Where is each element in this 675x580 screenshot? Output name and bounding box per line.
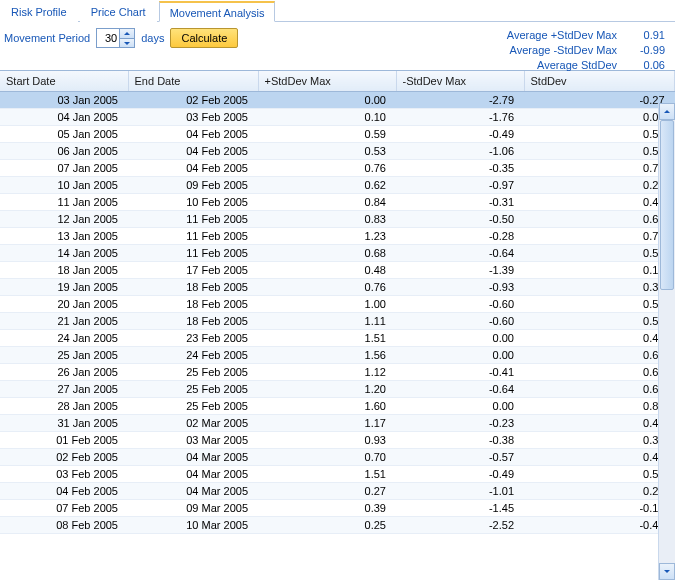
- table-row[interactable]: 03 Feb 200504 Mar 20051.51-0.490.54: [0, 466, 675, 483]
- scroll-up-button[interactable]: [659, 103, 675, 120]
- table-header-row: Start Date End Date +StdDev Max -StdDev …: [0, 71, 675, 92]
- table-row[interactable]: 21 Jan 200518 Feb 20051.11-0.600.57: [0, 313, 675, 330]
- cell-plus-stddev: 0.39: [258, 500, 396, 517]
- cell-start-date: 04 Feb 2005: [0, 483, 128, 500]
- table-row[interactable]: 25 Jan 200524 Feb 20051.560.000.60: [0, 347, 675, 364]
- cell-minus-stddev: 0.00: [396, 347, 524, 364]
- cell-plus-stddev: 1.17: [258, 415, 396, 432]
- cell-minus-stddev: -0.93: [396, 279, 524, 296]
- col-header-stddev[interactable]: StdDev: [524, 71, 675, 92]
- table-row[interactable]: 07 Jan 200504 Feb 20050.76-0.350.76: [0, 160, 675, 177]
- table-row[interactable]: 31 Jan 200502 Mar 20051.17-0.230.42: [0, 415, 675, 432]
- cell-stddev: 0.18: [524, 262, 675, 279]
- table-row[interactable]: 01 Feb 200503 Mar 20050.93-0.380.32: [0, 432, 675, 449]
- vertical-scrollbar[interactable]: [658, 103, 675, 580]
- cell-end-date: 25 Feb 2005: [128, 364, 258, 381]
- cell-plus-stddev: 1.60: [258, 398, 396, 415]
- cell-plus-stddev: 0.70: [258, 449, 396, 466]
- table-row[interactable]: 03 Jan 200502 Feb 20050.00-2.79-0.27: [0, 92, 675, 109]
- summary-value: 0.91: [631, 28, 665, 43]
- summary-value: 0.06: [631, 58, 665, 73]
- table-row[interactable]: 24 Jan 200523 Feb 20051.510.000.45: [0, 330, 675, 347]
- table-row[interactable]: 04 Jan 200503 Feb 20050.10-1.760.02: [0, 109, 675, 126]
- col-header-minus-stddev[interactable]: -StdDev Max: [396, 71, 524, 92]
- cell-stddev: 0.02: [524, 109, 675, 126]
- cell-end-date: 04 Mar 2005: [128, 483, 258, 500]
- cell-plus-stddev: 1.56: [258, 347, 396, 364]
- summary-value: -0.99: [631, 43, 665, 58]
- cell-start-date: 13 Jan 2005: [0, 228, 128, 245]
- cell-plus-stddev: 1.51: [258, 466, 396, 483]
- cell-end-date: 03 Mar 2005: [128, 432, 258, 449]
- cell-stddev: 0.59: [524, 126, 675, 143]
- table-row[interactable]: 02 Feb 200504 Mar 20050.70-0.570.43: [0, 449, 675, 466]
- spinner-up-button[interactable]: [120, 29, 134, 38]
- table-row[interactable]: 05 Jan 200504 Feb 20050.59-0.490.59: [0, 126, 675, 143]
- cell-plus-stddev: 1.12: [258, 364, 396, 381]
- table-row[interactable]: 20 Jan 200518 Feb 20051.00-0.600.51: [0, 296, 675, 313]
- table-row[interactable]: 18 Jan 200517 Feb 20050.48-1.390.18: [0, 262, 675, 279]
- cell-end-date: 17 Feb 2005: [128, 262, 258, 279]
- cell-minus-stddev: -0.35: [396, 160, 524, 177]
- cell-stddev: 0.45: [524, 330, 675, 347]
- scroll-thumb[interactable]: [660, 120, 674, 290]
- table-row[interactable]: 10 Jan 200509 Feb 20050.62-0.970.23: [0, 177, 675, 194]
- scroll-track[interactable]: [659, 120, 675, 563]
- cell-end-date: 02 Mar 2005: [128, 415, 258, 432]
- cell-start-date: 20 Jan 2005: [0, 296, 128, 313]
- period-input[interactable]: [97, 30, 119, 46]
- table-row[interactable]: 27 Jan 200525 Feb 20051.20-0.640.63: [0, 381, 675, 398]
- cell-stddev: -0.27: [524, 92, 675, 109]
- tab-movement-analysis[interactable]: Movement Analysis: [159, 1, 276, 22]
- table-row[interactable]: 08 Feb 200510 Mar 20050.25-2.52-0.42: [0, 517, 675, 534]
- col-header-end-date[interactable]: End Date: [128, 71, 258, 92]
- cell-end-date: 18 Feb 2005: [128, 296, 258, 313]
- table-row[interactable]: 11 Jan 200510 Feb 20050.84-0.310.45: [0, 194, 675, 211]
- cell-stddev: 0.63: [524, 381, 675, 398]
- cell-minus-stddev: -0.28: [396, 228, 524, 245]
- period-spinner[interactable]: [96, 28, 135, 48]
- table-row[interactable]: 12 Jan 200511 Feb 20050.83-0.500.64: [0, 211, 675, 228]
- tab-risk-profile[interactable]: Risk Profile: [0, 1, 78, 22]
- chevron-up-icon: [664, 110, 670, 113]
- cell-start-date: 01 Feb 2005: [0, 432, 128, 449]
- cell-start-date: 24 Jan 2005: [0, 330, 128, 347]
- cell-end-date: 09 Feb 2005: [128, 177, 258, 194]
- cell-end-date: 11 Feb 2005: [128, 211, 258, 228]
- calculate-button[interactable]: Calculate: [170, 28, 238, 48]
- cell-end-date: 04 Feb 2005: [128, 126, 258, 143]
- table-row[interactable]: 13 Jan 200511 Feb 20051.23-0.280.77: [0, 228, 675, 245]
- summary-label: Average -StdDev Max: [487, 43, 617, 58]
- cell-end-date: 03 Feb 2005: [128, 109, 258, 126]
- cell-plus-stddev: 0.53: [258, 143, 396, 160]
- summary-row: Average -StdDev Max-0.99: [487, 43, 665, 58]
- cell-minus-stddev: -2.79: [396, 92, 524, 109]
- cell-minus-stddev: -0.23: [396, 415, 524, 432]
- table-row[interactable]: 04 Feb 200504 Mar 20050.27-1.010.27: [0, 483, 675, 500]
- cell-start-date: 27 Jan 2005: [0, 381, 128, 398]
- cell-end-date: 10 Mar 2005: [128, 517, 258, 534]
- cell-start-date: 25 Jan 2005: [0, 347, 128, 364]
- cell-plus-stddev: 0.10: [258, 109, 396, 126]
- cell-end-date: 02 Feb 2005: [128, 92, 258, 109]
- scroll-down-button[interactable]: [659, 563, 675, 580]
- spinner-down-button[interactable]: [120, 38, 134, 47]
- cell-minus-stddev: -1.76: [396, 109, 524, 126]
- cell-plus-stddev: 0.62: [258, 177, 396, 194]
- cell-start-date: 08 Feb 2005: [0, 517, 128, 534]
- col-header-plus-stddev[interactable]: +StdDev Max: [258, 71, 396, 92]
- cell-minus-stddev: -0.97: [396, 177, 524, 194]
- col-header-start-date[interactable]: Start Date: [0, 71, 128, 92]
- table-row[interactable]: 07 Feb 200509 Mar 20050.39-1.45-0.19: [0, 500, 675, 517]
- table-row[interactable]: 14 Jan 200511 Feb 20050.68-0.640.51: [0, 245, 675, 262]
- table-body: 03 Jan 200502 Feb 20050.00-2.79-0.2704 J…: [0, 92, 675, 534]
- cell-start-date: 02 Feb 2005: [0, 449, 128, 466]
- cell-plus-stddev: 1.20: [258, 381, 396, 398]
- table-row[interactable]: 06 Jan 200504 Feb 20050.53-1.060.53: [0, 143, 675, 160]
- table-row[interactable]: 28 Jan 200525 Feb 20051.600.000.80: [0, 398, 675, 415]
- table-row[interactable]: 26 Jan 200525 Feb 20051.12-0.410.62: [0, 364, 675, 381]
- tab-price-chart[interactable]: Price Chart: [80, 1, 157, 22]
- cell-stddev: 0.53: [524, 143, 675, 160]
- summary-label: Average +StdDev Max: [487, 28, 617, 43]
- table-row[interactable]: 19 Jan 200518 Feb 20050.76-0.930.35: [0, 279, 675, 296]
